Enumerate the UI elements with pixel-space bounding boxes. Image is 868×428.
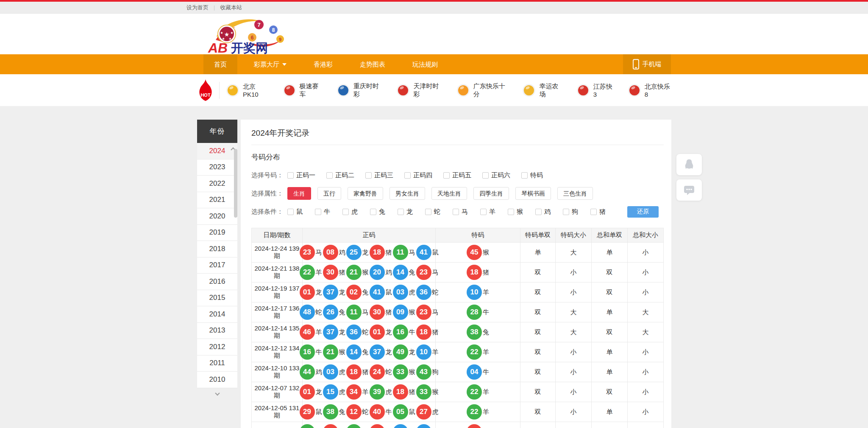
attr-button-三色生肖[interactable]: 三色生肖 <box>557 187 593 200</box>
number-ball: 23 <box>416 305 431 320</box>
filter-number-正码六[interactable]: 正码六 <box>482 171 510 179</box>
ball-unit: 16牛 <box>300 344 322 360</box>
message-contact-button[interactable] <box>676 179 702 201</box>
sidebar-year-2017[interactable]: 2017 <box>197 257 237 274</box>
ball-unit: 01龙 <box>370 324 392 340</box>
checkbox[interactable] <box>443 172 450 179</box>
sidebar-year-2021[interactable]: 2021 <box>197 192 237 209</box>
number-ball: 18 <box>346 364 362 380</box>
checkbox[interactable] <box>342 209 349 215</box>
filter-cond-蛇[interactable]: 蛇 <box>425 208 440 216</box>
sidebar-year-2012[interactable]: 2012 <box>197 339 237 355</box>
zodiac-label: 兔 <box>339 308 345 316</box>
sidebar-year-2010[interactable]: 2010 <box>197 372 237 388</box>
attr-button-男女生肖[interactable]: 男女生肖 <box>389 187 425 200</box>
site-logo[interactable]: ★ ★ ★ ★ ★ 7 8 6 9 AB 开奖网 <box>207 15 296 54</box>
ball-unit <box>393 424 415 428</box>
checkbox[interactable] <box>563 209 569 215</box>
bookmark-link[interactable]: 收藏本站 <box>220 4 242 11</box>
filter-cond-牛[interactable]: 牛 <box>315 208 330 216</box>
sidebar-year-2016[interactable]: 2016 <box>197 274 237 290</box>
hot-game-link[interactable]: 北京PK10 <box>226 83 269 98</box>
attr-button-四季生肖[interactable]: 四季生肖 <box>473 187 509 200</box>
stat-cell: 单 <box>592 243 628 263</box>
filter-cond-龙[interactable]: 龙 <box>398 208 413 216</box>
special-number-cell: 45猴 <box>436 243 520 263</box>
sidebar-year-2011[interactable]: 2011 <box>197 355 237 372</box>
checkbox[interactable] <box>453 209 459 215</box>
qq-contact-button[interactable] <box>676 154 702 175</box>
checkbox-label: 猪 <box>599 208 606 216</box>
checkbox[interactable] <box>287 172 294 179</box>
hot-game-link[interactable]: 江苏快3 <box>577 83 614 98</box>
filter-number-正码一[interactable]: 正码一 <box>287 171 315 179</box>
special-number-cell: 04牛 <box>436 362 520 382</box>
zodiac-label: 猴 <box>362 269 369 277</box>
zodiac-label: 龙 <box>386 348 392 356</box>
hot-game-link[interactable]: 天津时时彩 <box>397 82 442 98</box>
checkbox[interactable] <box>326 172 333 179</box>
nav-item-首页[interactable]: 首页 <box>203 54 237 74</box>
checkbox[interactable] <box>482 172 489 179</box>
nav-item-走势图表[interactable]: 走势图表 <box>349 54 396 74</box>
filter-cond-鼠[interactable]: 鼠 <box>287 208 303 216</box>
logo-ball-8: 8 <box>272 27 275 33</box>
ball-unit: 49龙 <box>393 344 415 360</box>
lottery-game-icon <box>523 84 535 97</box>
attr-button-生肖[interactable]: 生肖 <box>287 187 311 200</box>
checkbox[interactable] <box>590 209 597 215</box>
filter-number-特码[interactable]: 特码 <box>521 171 543 179</box>
set-homepage-link[interactable]: 设为首页 <box>186 4 209 11</box>
nav-item-彩票大厅[interactable]: 彩票大厅 <box>243 54 297 74</box>
filter-cond-猪[interactable]: 猪 <box>590 208 606 216</box>
checkbox[interactable] <box>521 172 528 179</box>
filter-cond-猴[interactable]: 猴 <box>508 208 523 216</box>
attr-button-家禽野兽[interactable]: 家禽野兽 <box>348 187 383 200</box>
sidebar-year-2018[interactable]: 2018 <box>197 241 237 257</box>
sidebar-year-2019[interactable]: 2019 <box>197 225 237 241</box>
checkbox[interactable] <box>370 209 376 215</box>
filter-cond-狗[interactable]: 狗 <box>563 208 578 216</box>
checkbox[interactable] <box>535 209 542 215</box>
number-ball: 37 <box>370 344 385 360</box>
filter-cond-羊[interactable]: 羊 <box>480 208 495 216</box>
filter-cond-鸡[interactable]: 鸡 <box>535 208 551 216</box>
checkbox[interactable] <box>287 209 294 215</box>
attr-button-琴棋书画[interactable]: 琴棋书画 <box>515 187 551 200</box>
checkbox[interactable] <box>398 209 404 215</box>
mobile-version-button[interactable]: 手机端 <box>623 54 671 74</box>
scroll-down-icon[interactable] <box>197 388 237 396</box>
filter-cond-虎[interactable]: 虎 <box>342 208 358 216</box>
sidebar-year-2015[interactable]: 2015 <box>197 290 237 307</box>
number-ball: 25 <box>346 245 362 260</box>
hot-game-link[interactable]: 北京快乐8 <box>628 83 671 98</box>
checkbox[interactable] <box>508 209 514 215</box>
sidebar-year-2023[interactable]: 2023 <box>197 159 237 176</box>
checkbox[interactable] <box>315 209 321 215</box>
reset-button[interactable]: 还原 <box>627 206 659 218</box>
checkbox[interactable] <box>480 209 487 215</box>
hot-game-link[interactable]: 极速赛车 <box>283 82 323 98</box>
sidebar-year-2022[interactable]: 2022 <box>197 176 237 192</box>
filter-number-正码三[interactable]: 正码三 <box>365 171 393 179</box>
stat-cell: 双 <box>592 322 628 342</box>
sidebar-year-2020[interactable]: 2020 <box>197 208 237 225</box>
nav-item-香港彩[interactable]: 香港彩 <box>303 54 343 74</box>
hot-game-link[interactable]: 广东快乐十分 <box>457 82 509 98</box>
filter-number-正码二[interactable]: 正码二 <box>326 171 354 179</box>
nav-item-玩法规则[interactable]: 玩法规则 <box>402 54 448 74</box>
sidebar-year-2014[interactable]: 2014 <box>197 306 237 323</box>
attr-button-天地生肖[interactable]: 天地生肖 <box>431 187 467 200</box>
attr-button-五行[interactable]: 五行 <box>317 187 341 200</box>
hot-game-link[interactable]: 幸运农场 <box>523 82 562 98</box>
hot-game-link[interactable]: 重庆时时彩 <box>337 82 382 98</box>
checkbox[interactable] <box>404 172 411 179</box>
filter-cond-马[interactable]: 马 <box>453 208 468 216</box>
filter-number-正码五[interactable]: 正码五 <box>443 171 471 179</box>
filter-cond-兔[interactable]: 兔 <box>370 208 385 216</box>
year-scrollbar[interactable] <box>234 149 237 218</box>
checkbox[interactable] <box>425 209 431 215</box>
filter-number-正码四[interactable]: 正码四 <box>404 171 432 179</box>
checkbox[interactable] <box>365 172 372 179</box>
sidebar-year-2013[interactable]: 2013 <box>197 323 237 339</box>
